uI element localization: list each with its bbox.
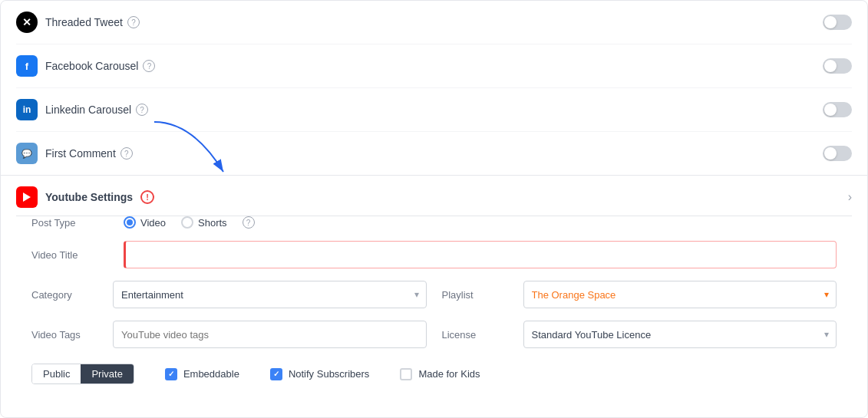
first-comment-help-icon[interactable]: ? xyxy=(120,147,133,160)
category-playlist-row: Category Entertainment Education Music G… xyxy=(31,281,837,308)
category-label: Category xyxy=(31,289,101,301)
tags-input-wrapper xyxy=(113,321,427,348)
embeddable-checkbox[interactable]: ✓ Embeddable xyxy=(165,368,239,380)
tags-col: Video Tags xyxy=(31,321,427,348)
playlist-label: Playlist xyxy=(442,289,511,301)
linkedin-carousel-help-icon[interactable]: ? xyxy=(136,104,148,116)
toggle-thumb xyxy=(824,60,837,72)
threaded-tweet-toggle[interactable] xyxy=(823,15,852,30)
linkedin-carousel-label: Linkedin Carousel xyxy=(45,104,131,116)
post-type-row: Post Type Video Shorts ? xyxy=(31,216,837,229)
toggle-item-facebook-carousel: f Facebook Carousel ? xyxy=(16,44,852,88)
radio-video-label: Video xyxy=(140,217,166,229)
toggle-item-threaded-tweet: ✕ Threaded Tweet ? xyxy=(16,1,852,44)
license-col: License Standard YouTube Licence Creativ… xyxy=(442,321,837,348)
post-type-help-icon[interactable]: ? xyxy=(243,216,255,229)
threaded-tweet-label: Threaded Tweet xyxy=(45,16,123,28)
toggle-item-linkedin-carousel: in Linkedin Carousel ? xyxy=(16,88,852,132)
notify-subscribers-label: Notify Subscribers xyxy=(289,368,369,380)
first-comment-icon: 💬 xyxy=(16,143,38,164)
facebook-carousel-toggle[interactable] xyxy=(823,58,852,74)
video-tags-input[interactable] xyxy=(113,321,427,348)
linkedin-carousel-toggle[interactable] xyxy=(823,102,852,117)
toggle-track xyxy=(823,58,852,74)
facebook-carousel-help-icon[interactable]: ? xyxy=(143,60,155,72)
toggle-track xyxy=(823,146,852,161)
made-for-kids-label: Made for Kids xyxy=(418,368,480,380)
youtube-settings-section: Youtube Settings ! › Post Type xyxy=(1,176,867,400)
facebook-icon: f xyxy=(16,55,38,77)
category-select-wrapper: Entertainment Education Music Gaming Spo… xyxy=(113,281,427,308)
youtube-section-chevron[interactable]: › xyxy=(848,190,852,204)
embeddable-checkbox-box: ✓ xyxy=(165,368,177,380)
category-col: Category Entertainment Education Music G… xyxy=(31,281,427,308)
facebook-carousel-label: Facebook Carousel xyxy=(45,60,138,72)
post-type-control: Video Shorts ? xyxy=(124,216,837,229)
youtube-settings-title: Youtube Settings xyxy=(45,191,133,203)
embeddable-check-icon: ✓ xyxy=(168,370,174,378)
threaded-tweet-help-icon[interactable]: ? xyxy=(127,16,140,28)
youtube-settings-form: Post Type Video Shorts ? xyxy=(16,216,852,400)
notify-subscribers-checkbox[interactable]: ✓ Notify Subscribers xyxy=(270,368,369,380)
toggle-section: ✕ Threaded Tweet ? f Facebook Carousel ? xyxy=(1,1,867,176)
video-title-control xyxy=(124,241,837,268)
linkedin-icon: in xyxy=(16,99,38,120)
private-button[interactable]: Private xyxy=(81,364,133,383)
notify-check-icon: ✓ xyxy=(273,370,279,378)
toggle-thumb xyxy=(824,147,837,160)
public-button[interactable]: Public xyxy=(32,364,81,383)
toggle-track xyxy=(823,102,852,117)
radio-group: Video Shorts ? xyxy=(124,216,837,229)
category-select[interactable]: Entertainment Education Music Gaming Spo… xyxy=(113,281,427,308)
playlist-select[interactable]: The Orange Space None xyxy=(523,281,837,308)
yt-header-left: Youtube Settings ! xyxy=(16,186,154,208)
radio-shorts-label: Shorts xyxy=(198,217,227,229)
playlist-col: Playlist The Orange Space None ▾ xyxy=(442,281,837,308)
first-comment-toggle[interactable] xyxy=(823,146,852,161)
bottom-row: Public Private ✓ Embeddable ✓ Notify Sub… xyxy=(31,360,837,384)
radio-shorts[interactable]: Shorts xyxy=(181,216,227,229)
license-label: License xyxy=(442,329,511,341)
license-select-wrapper: Standard YouTube Licence Creative Common… xyxy=(523,321,837,348)
radio-video-circle xyxy=(124,216,136,229)
x-icon: ✕ xyxy=(16,12,38,33)
notify-checkbox-box: ✓ xyxy=(270,368,282,380)
youtube-alert-icon: ! xyxy=(140,190,154,204)
youtube-settings-header: Youtube Settings ! › xyxy=(16,176,852,216)
made-for-kids-checkbox-box xyxy=(400,368,412,380)
tags-license-row: Video Tags License Standard YouTube Lice… xyxy=(31,321,837,348)
video-title-label: Video Title xyxy=(31,249,108,261)
license-select[interactable]: Standard YouTube Licence Creative Common… xyxy=(523,321,837,348)
first-comment-label: First Comment xyxy=(45,147,116,160)
toggle-item-first-comment: 💬 First Comment ? xyxy=(16,132,852,175)
video-title-row: Video Title xyxy=(31,241,837,268)
youtube-icon xyxy=(16,186,38,208)
toggle-thumb xyxy=(824,16,837,28)
post-type-label: Post Type xyxy=(31,217,108,229)
embeddable-label: Embeddable xyxy=(183,368,239,380)
playlist-select-wrapper: The Orange Space None ▾ xyxy=(523,281,837,308)
radio-video[interactable]: Video xyxy=(124,216,166,229)
toggle-track xyxy=(823,15,852,30)
video-title-input[interactable] xyxy=(124,241,837,268)
visibility-buttons: Public Private xyxy=(31,364,134,384)
made-for-kids-checkbox[interactable]: Made for Kids xyxy=(400,368,480,380)
toggle-thumb xyxy=(824,104,837,116)
radio-shorts-circle xyxy=(181,216,193,229)
main-container: ✕ Threaded Tweet ? f Facebook Carousel ? xyxy=(0,0,868,418)
video-tags-label: Video Tags xyxy=(31,329,101,341)
